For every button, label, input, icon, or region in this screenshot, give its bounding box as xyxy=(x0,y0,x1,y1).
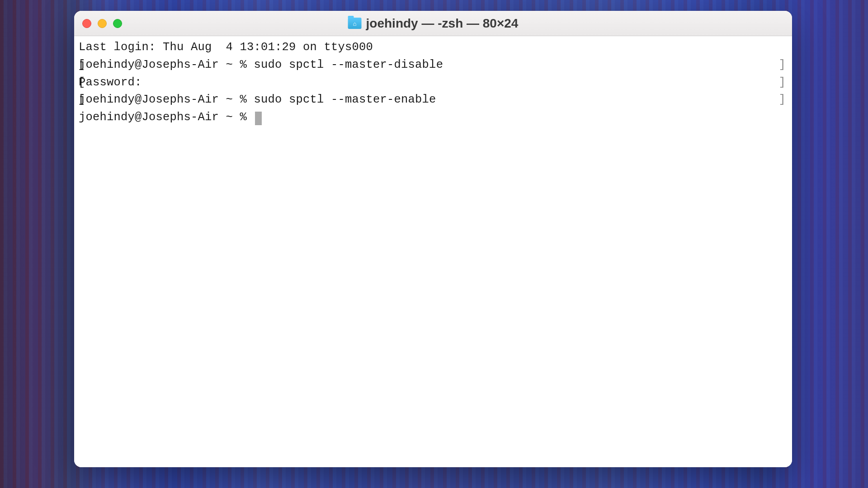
terminal-line: Last login: Thu Aug 4 13:01:29 on ttys00… xyxy=(79,39,788,56)
window-title-text: joehindy — -zsh — 80×24 xyxy=(366,16,519,31)
maximize-button[interactable] xyxy=(113,19,122,28)
minimize-button[interactable] xyxy=(98,19,107,28)
bracket-right: ] xyxy=(778,56,786,74)
terminal-prompt-text: joehindy@Josephs-Air ~ % xyxy=(79,111,254,124)
terminal-line: [Password:] xyxy=(79,74,788,92)
close-button[interactable] xyxy=(82,19,91,28)
terminal-line: [joehindy@Josephs-Air ~ % sudo spctl --m… xyxy=(79,91,788,109)
cursor-icon xyxy=(255,112,262,125)
bracket-left: [ xyxy=(78,56,85,74)
terminal-prompt-line[interactable]: joehindy@Josephs-Air ~ % xyxy=(79,109,788,127)
bracket-right: ] xyxy=(778,74,786,92)
bracket-left: [ xyxy=(78,74,85,92)
terminal-line-text: joehindy@Josephs-Air ~ % sudo spctl --ma… xyxy=(79,93,436,106)
bracket-right: ] xyxy=(778,91,786,109)
traffic-lights xyxy=(82,19,122,28)
bracket-left: [ xyxy=(78,91,85,109)
terminal-line-text: Password: xyxy=(79,76,142,89)
terminal-line-text: Last login: Thu Aug 4 13:01:29 on ttys00… xyxy=(79,41,373,54)
folder-icon xyxy=(348,18,362,29)
terminal-line-text: joehindy@Josephs-Air ~ % sudo spctl --ma… xyxy=(79,58,443,71)
terminal-window[interactable]: joehindy — -zsh — 80×24 Last login: Thu … xyxy=(74,11,792,467)
window-titlebar[interactable]: joehindy — -zsh — 80×24 xyxy=(74,11,792,36)
window-title: joehindy — -zsh — 80×24 xyxy=(348,16,519,31)
terminal-body[interactable]: Last login: Thu Aug 4 13:01:29 on ttys00… xyxy=(74,36,792,467)
terminal-line: [joehindy@Josephs-Air ~ % sudo spctl --m… xyxy=(79,56,788,74)
